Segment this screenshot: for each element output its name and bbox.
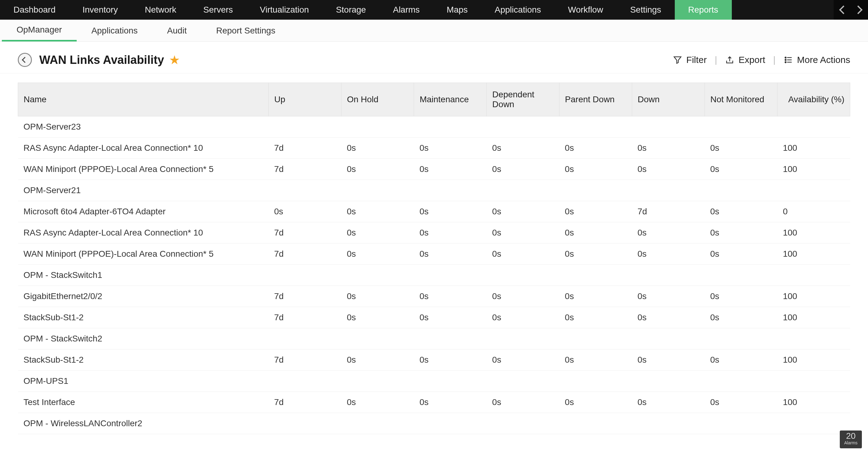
cell-up: 7d [269,307,341,328]
subnav-item-audit[interactable]: Audit [152,20,202,41]
cell-name: StackSub-St1-2 [18,307,269,328]
alarms-widget[interactable]: 20 Alarms [840,430,862,448]
cell-name: WAN Miniport (PPPOE)-Local Area Connecti… [18,159,269,180]
page-title: WAN Links Availability [39,53,164,67]
cell-not-monitored: 0s [705,286,777,307]
table-group-row[interactable]: OPM - StackSwitch2 [18,328,850,349]
cell-name: StackSub-St1-2 [18,349,269,371]
cell-up: 7d [269,286,341,307]
more-actions-label: More Actions [797,55,850,65]
cell-down: 7d [632,201,705,222]
cell-down: 0s [632,286,705,307]
subnav-item-applications[interactable]: Applications [77,20,152,41]
cell-not-monitored: 0s [705,201,777,222]
topnav-item-network[interactable]: Network [131,0,190,20]
cell-parent-down: 0s [559,159,632,180]
col-parent-down[interactable]: Parent Down [559,83,632,116]
cell-up: 0s [269,201,341,222]
table-row[interactable]: StackSub-St1-27d0s0s0s0s0s0s100 [18,307,850,328]
nav-scroll-right-icon[interactable] [854,5,863,14]
report-table: Name Up On Hold Maintenance Dependent Do… [18,83,850,434]
cell-onhold: 0s [341,159,414,180]
table-row[interactable]: WAN Miniport (PPPOE)-Local Area Connecti… [18,159,850,180]
table-group-name: OPM-Server21 [18,180,850,201]
topnav-item-settings[interactable]: Settings [617,0,675,20]
topnav-item-alarms[interactable]: Alarms [379,0,433,20]
table-group-row[interactable]: OPM-Server23 [18,116,850,138]
cell-not-monitored: 0s [705,349,777,371]
cell-name: GigabitEthernet2/0/2 [18,286,269,307]
cell-onhold: 0s [341,222,414,244]
favorite-star-icon[interactable]: ★ [169,54,180,66]
table-group-row[interactable]: OPM - WirelessLANController2 [18,413,850,434]
table-row[interactable]: Test Interface7d0s0s0s0s0s0s100 [18,392,850,413]
topnav-item-workflow[interactable]: Workflow [555,0,617,20]
col-down[interactable]: Down [632,83,705,116]
cell-maintenance: 0s [414,244,487,265]
topnav-item-maps[interactable]: Maps [433,0,481,20]
cell-onhold: 0s [341,138,414,159]
cell-dependent-down: 0s [487,307,559,328]
cell-name: RAS Async Adapter-Local Area Connection*… [18,222,269,244]
topnav-item-servers[interactable]: Servers [190,0,246,20]
table-row[interactable]: RAS Async Adapter-Local Area Connection*… [18,222,850,244]
filter-label: Filter [686,55,707,65]
col-not-monitored[interactable]: Not Monitored [705,83,777,116]
cell-parent-down: 0s [559,244,632,265]
svg-point-2 [785,62,786,63]
cell-parent-down: 0s [559,349,632,371]
table-group-name: OPM-UPS1 [18,371,850,392]
filter-button[interactable]: Filter [673,55,707,65]
nav-scroll-left-icon[interactable] [839,5,848,14]
chevron-left-icon [22,57,28,63]
col-maintenance[interactable]: Maintenance [414,83,487,116]
table-row[interactable]: Microsoft 6to4 Adapter-6TO4 Adapter0s0s0… [18,201,850,222]
table-row[interactable]: StackSub-St1-27d0s0s0s0s0s0s100 [18,349,850,371]
cell-availability: 100 [777,138,850,159]
col-name[interactable]: Name [18,83,269,116]
cell-maintenance: 0s [414,349,487,371]
topnav-item-storage[interactable]: Storage [322,0,379,20]
cell-onhold: 0s [341,349,414,371]
topnav-item-dashboard[interactable]: Dashboard [0,0,69,20]
topnav-item-inventory[interactable]: Inventory [69,0,131,20]
cell-availability: 100 [777,349,850,371]
cell-availability: 100 [777,244,850,265]
cell-availability: 100 [777,222,850,244]
cell-maintenance: 0s [414,222,487,244]
cell-down: 0s [632,392,705,413]
col-up[interactable]: Up [269,83,341,116]
table-group-row[interactable]: OPM - StackSwitch1 [18,265,850,286]
more-actions-button[interactable]: More Actions [784,55,850,65]
topnav-item-reports[interactable]: Reports [675,0,732,20]
col-dep-down[interactable]: Dependent Down [487,83,559,116]
subnav-item-report-settings[interactable]: Report Settings [202,20,290,41]
topnav-item-virtualization[interactable]: Virtualization [246,0,322,20]
cell-maintenance: 0s [414,286,487,307]
cell-onhold: 0s [341,244,414,265]
cell-availability: 100 [777,392,850,413]
table-row[interactable]: RAS Async Adapter-Local Area Connection*… [18,138,850,159]
subnav-item-opmanager[interactable]: OpManager [2,20,77,41]
export-icon [725,55,734,64]
col-availability[interactable]: Availability (%) [777,83,850,116]
cell-parent-down: 0s [559,392,632,413]
table-row[interactable]: WAN Miniport (PPPOE)-Local Area Connecti… [18,244,850,265]
cell-not-monitored: 0s [705,138,777,159]
cell-not-monitored: 0s [705,392,777,413]
cell-not-monitored: 0s [705,244,777,265]
cell-up: 7d [269,349,341,371]
col-onhold[interactable]: On Hold [341,83,414,116]
table-group-row[interactable]: OPM-UPS1 [18,371,850,392]
table-group-row[interactable]: OPM-Server21 [18,180,850,201]
table-row[interactable]: GigabitEthernet2/0/27d0s0s0s0s0s0s100 [18,286,850,307]
cell-up: 7d [269,222,341,244]
topnav-item-applications[interactable]: Applications [481,0,555,20]
back-button[interactable] [18,53,32,67]
export-button[interactable]: Export [725,55,765,65]
cell-up: 7d [269,159,341,180]
cell-down: 0s [632,349,705,371]
cell-name: Microsoft 6to4 Adapter-6TO4 Adapter [18,201,269,222]
cell-onhold: 0s [341,307,414,328]
cell-availability: 0 [777,201,850,222]
